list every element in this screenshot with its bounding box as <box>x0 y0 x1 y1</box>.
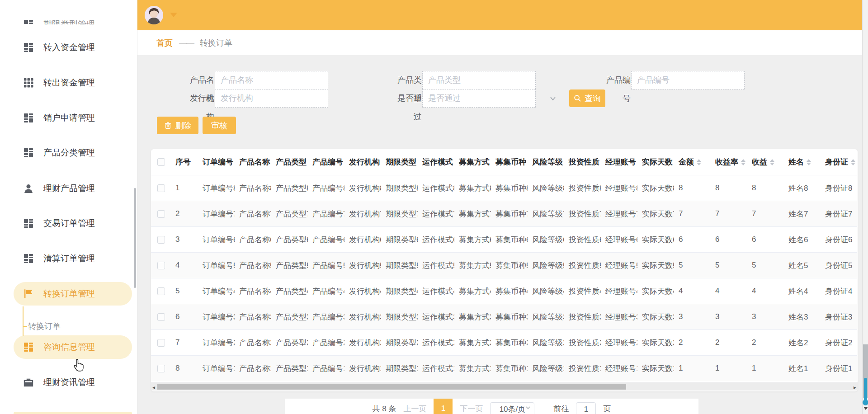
breadcrumb-home[interactable]: 首页 <box>156 38 173 48</box>
user-avatar[interactable] <box>145 6 163 24</box>
sidebar-item-7[interactable]: 清算订单管理 <box>14 247 132 270</box>
row-checkbox[interactable] <box>157 365 165 372</box>
column-header-label: 收益率 <box>715 157 738 167</box>
product-name-input[interactable] <box>215 71 328 89</box>
table-cell: 经理账号3 <box>601 312 637 322</box>
table-cell: 实际天数4 <box>637 286 674 296</box>
hscroll-left-arrow-icon[interactable]: ◂ <box>152 384 155 390</box>
approved-select[interactable] <box>422 89 536 108</box>
table-cell: 姓名7 <box>784 209 821 219</box>
select-all-checkbox[interactable] <box>157 158 165 166</box>
column-header[interactable]: 产品类型 <box>271 157 308 167</box>
sidebar-item-8[interactable]: 转换订单管理 <box>14 282 132 306</box>
sort-icon[interactable] <box>770 159 774 165</box>
table-cell: 经理账号6 <box>601 235 637 245</box>
sidebar-subitem-convert-order[interactable]: 转换订单 <box>28 317 118 335</box>
page-size-select[interactable]: 10条/页 <box>490 402 534 414</box>
sidebar-scrollbar-thumb[interactable] <box>134 188 136 288</box>
current-page-button[interactable]: 1 <box>434 399 453 414</box>
column-header[interactable]: 运作模式 <box>418 157 454 167</box>
search-button[interactable]: 查询 <box>569 89 605 107</box>
column-header[interactable]: 期限类型 <box>381 157 418 167</box>
column-header[interactable]: 发行机构 <box>344 157 381 167</box>
table-cell: 风险等级3 <box>528 312 564 322</box>
column-header[interactable]: 经理账号 <box>601 157 637 167</box>
column-header[interactable]: 收益 <box>747 157 784 167</box>
hscroll-right-arrow-icon[interactable]: ▸ <box>854 384 856 390</box>
table-cell: 3 <box>171 235 198 244</box>
sort-icon[interactable] <box>741 159 745 165</box>
table-row: 4订单编号5产品名称5产品类型5产品编号5发行机构5期限类型5运作模式5募集方式… <box>151 253 857 278</box>
row-checkbox[interactable] <box>157 262 165 269</box>
table-cell: 3 <box>674 312 711 321</box>
table-cell: 募集币种8 <box>491 183 528 193</box>
column-header[interactable]: 投资性质 <box>564 157 601 167</box>
sort-icon[interactable] <box>807 159 811 165</box>
scroll-indicator-ball <box>863 400 868 405</box>
flag-icon <box>24 289 33 299</box>
row-checkbox[interactable] <box>157 313 165 321</box>
page-scrollbar[interactable] <box>862 0 868 414</box>
topbar <box>137 0 868 30</box>
horizontal-scrollbar[interactable]: ◂ ▸ <box>151 383 858 390</box>
sidebar-item-6[interactable]: 交易订单管理 <box>14 212 132 235</box>
table-cell: 6 <box>747 235 784 244</box>
row-checkbox[interactable] <box>157 236 165 244</box>
table-cell: 运作模式4 <box>418 286 454 296</box>
row-checkbox[interactable] <box>157 210 165 218</box>
user-menu-caret-icon[interactable] <box>170 13 177 17</box>
column-header[interactable]: 金额 <box>674 157 711 167</box>
table-cell: 募集币种3 <box>491 312 528 322</box>
sidebar-item-5[interactable]: 理财产品管理 <box>14 177 132 200</box>
sort-icon[interactable] <box>697 159 701 165</box>
table-cell: 发行机构8 <box>344 183 381 193</box>
column-header[interactable]: 身份证 <box>821 157 857 167</box>
column-header[interactable]: 序号 <box>171 157 198 167</box>
audit-button[interactable]: 审核 <box>203 117 236 134</box>
column-header-label: 风险等级 <box>532 157 563 167</box>
table-cell: 经理账号1 <box>601 363 637 374</box>
sidebar-item-2[interactable]: 转出资金管理 <box>14 71 132 94</box>
scroll-down-arrow-icon[interactable] <box>863 407 868 410</box>
row-checkbox[interactable] <box>157 287 165 295</box>
breadcrumb: 首页 —— 转换订单 <box>137 30 868 55</box>
issuer-input[interactable] <box>215 89 328 108</box>
table-cell: 投资性质8 <box>564 183 601 193</box>
sidebar-item-9[interactable]: 咨询信息管理 <box>14 335 132 359</box>
product-code-input[interactable] <box>631 71 745 89</box>
column-header[interactable]: 收益率 <box>711 157 747 167</box>
sort-icon[interactable] <box>851 159 855 165</box>
breadcrumb-separator: —— <box>179 38 193 47</box>
table-cell: 风险等级2 <box>528 338 564 348</box>
next-page-button[interactable]: 下一页 <box>460 402 483 414</box>
column-header[interactable]: 姓名 <box>784 157 821 167</box>
column-header[interactable]: 募集币种 <box>491 157 528 167</box>
prev-page-button[interactable]: 上一页 <box>403 402 426 414</box>
goto-page-input[interactable] <box>576 402 596 414</box>
column-header[interactable]: 风险等级 <box>528 157 564 167</box>
delete-button[interactable]: 删除 <box>157 117 198 134</box>
sidebar-item-4[interactable]: 产品分类管理 <box>14 141 132 165</box>
column-header-label: 运作模式 <box>422 157 453 167</box>
column-header[interactable]: 订单编号 <box>198 157 235 167</box>
table-cell: 7 <box>747 209 784 218</box>
row-checkbox[interactable] <box>157 339 165 347</box>
sidebar-item-0[interactable]: 期限类型管理 <box>14 13 132 24</box>
table-cell: 风险等级8 <box>528 183 564 193</box>
row-checkbox[interactable] <box>157 184 165 192</box>
column-header[interactable]: 产品名称 <box>235 157 271 167</box>
sidebar-item-10[interactable]: 理财资讯管理 <box>14 371 132 394</box>
row-checkbox-cell <box>151 313 171 321</box>
column-header[interactable]: 实际天数 <box>637 157 674 167</box>
table-row: 7订单编号2产品名称2产品类型2产品编号2发行机构2期限类型2运作模式2募集方式… <box>151 330 857 356</box>
table-cell: 2 <box>171 209 198 218</box>
column-header[interactable]: 募集方式 <box>454 157 491 167</box>
approved-select-caret-icon[interactable] <box>550 95 556 102</box>
user-icon <box>24 183 33 193</box>
hscroll-thumb[interactable] <box>157 384 626 390</box>
sidebar-item-3[interactable]: 销户申请管理 <box>14 106 132 130</box>
sidebar-item-1[interactable]: 转入资金管理 <box>14 36 132 59</box>
table-card: 序号订单编号产品名称产品类型产品编号发行机构期限类型运作模式募集方式募集币种风险… <box>151 149 858 391</box>
product-type-input[interactable] <box>422 71 536 89</box>
column-header[interactable]: 产品编号 <box>308 157 344 167</box>
